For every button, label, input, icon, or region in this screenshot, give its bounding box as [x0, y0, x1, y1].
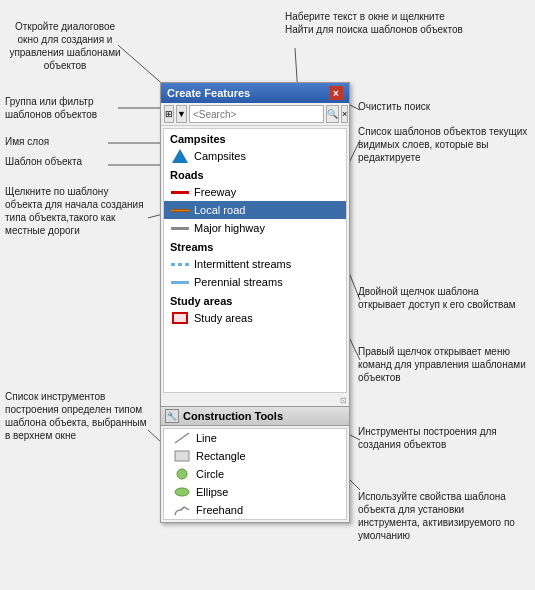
- campsite-icon: [170, 149, 190, 163]
- tool-circle[interactable]: Circle: [164, 465, 346, 483]
- feature-intermittent-label: Intermittent streams: [194, 258, 291, 270]
- create-features-dialog: Create Features × ⊞ ▼ 🔍 × Campsites Camp…: [160, 82, 350, 523]
- search-button[interactable]: 🔍: [326, 105, 339, 123]
- annotation-right-click: Правый щелчок открывает меню команд для …: [358, 345, 528, 384]
- clear-search-button[interactable]: ×: [341, 105, 348, 123]
- search-input[interactable]: [189, 105, 324, 123]
- svg-line-11: [350, 480, 360, 490]
- annotation-layer-name: Имя слоя: [5, 135, 105, 148]
- annotation-open-dialog: Откройте диалоговое окно для создания и …: [5, 20, 125, 72]
- intermittent-icon: [170, 257, 190, 271]
- freeway-icon: [170, 185, 190, 199]
- svg-rect-14: [175, 451, 189, 461]
- annotation-clear-search: Очистить поиск: [358, 100, 528, 113]
- feature-perennial-label: Perennial streams: [194, 276, 283, 288]
- dialog-titlebar: Create Features ×: [161, 83, 349, 103]
- resize-handle[interactable]: ⊡: [161, 395, 349, 406]
- feature-freeway-label: Freeway: [194, 186, 236, 198]
- tool-freehand[interactable]: Freehand: [164, 501, 346, 519]
- study-area-icon: [170, 311, 190, 325]
- layer-roads: Roads: [164, 165, 346, 183]
- dialog-title: Create Features: [167, 87, 250, 99]
- feature-local-road[interactable]: Local road: [164, 201, 346, 219]
- annotation-double-click: Двойной щелчок шаблона открывает доступ …: [358, 285, 528, 311]
- annotation-group-filter: Группа или фильтр шаблонов объектов: [5, 95, 120, 121]
- feature-campsites[interactable]: Campsites: [164, 147, 346, 165]
- feature-major-highway[interactable]: Major highway: [164, 219, 346, 237]
- freehand-icon: [172, 503, 192, 517]
- ellipse-icon: [172, 485, 192, 499]
- layer-streams: Streams: [164, 237, 346, 255]
- layer-study-areas: Study areas: [164, 291, 346, 309]
- tool-rectangle[interactable]: Rectangle: [164, 447, 346, 465]
- construction-icon: 🔧: [165, 409, 179, 423]
- feature-campsites-label: Campsites: [194, 150, 246, 162]
- new-template-button[interactable]: ⊞: [164, 105, 174, 123]
- major-highway-icon: [170, 221, 190, 235]
- annotation-search-hint: Наберите текст в окне и щелкните Найти д…: [285, 10, 465, 36]
- feature-study-areas-label: Study areas: [194, 312, 253, 324]
- annotation-template: Шаблон объекта: [5, 155, 105, 168]
- close-button[interactable]: ×: [329, 86, 343, 100]
- annotation-features-list: Список шаблонов объектов текущих видимых…: [358, 125, 528, 164]
- construction-title: Construction Tools: [183, 410, 283, 422]
- tool-ellipse[interactable]: Ellipse: [164, 483, 346, 501]
- tool-ellipse-label: Ellipse: [196, 486, 228, 498]
- local-road-icon: [170, 203, 190, 217]
- feature-study-areas[interactable]: Study areas: [164, 309, 346, 327]
- tool-circle-label: Circle: [196, 468, 224, 480]
- annotation-construction-tools: Инструменты построения для создания объе…: [358, 425, 528, 451]
- resize-icon: ⊡: [340, 396, 347, 405]
- construction-tools-list: Line Rectangle Circle Ellipse Freehand: [163, 428, 347, 520]
- manage-button[interactable]: ▼: [176, 105, 187, 123]
- toolbar: ⊞ ▼ 🔍 ×: [161, 103, 349, 126]
- construction-tools-header: 🔧 Construction Tools: [161, 406, 349, 426]
- tool-line-label: Line: [196, 432, 217, 444]
- annotation-click-template: Щелкните по шаблону объекта для начала с…: [5, 185, 145, 237]
- line-icon: [172, 431, 192, 445]
- svg-point-16: [175, 488, 189, 496]
- rectangle-icon: [172, 449, 192, 463]
- feature-major-highway-label: Major highway: [194, 222, 265, 234]
- feature-perennial-streams[interactable]: Perennial streams: [164, 273, 346, 291]
- tool-line[interactable]: Line: [164, 429, 346, 447]
- circle-icon: [172, 467, 192, 481]
- svg-point-15: [177, 469, 187, 479]
- layer-campsites: Campsites: [164, 129, 346, 147]
- tool-freehand-label: Freehand: [196, 504, 243, 516]
- tool-rectangle-label: Rectangle: [196, 450, 246, 462]
- features-list: Campsites Campsites Roads Freeway Local …: [163, 128, 347, 393]
- annotation-default-tool: Используйте свойства шаблона объекта для…: [358, 490, 528, 542]
- svg-line-13: [175, 433, 189, 443]
- feature-intermittent-streams[interactable]: Intermittent streams: [164, 255, 346, 273]
- feature-freeway[interactable]: Freeway: [164, 183, 346, 201]
- perennial-icon: [170, 275, 190, 289]
- feature-local-road-label: Local road: [194, 204, 245, 216]
- annotation-tools-list: Список инструментов построения определен…: [5, 390, 150, 442]
